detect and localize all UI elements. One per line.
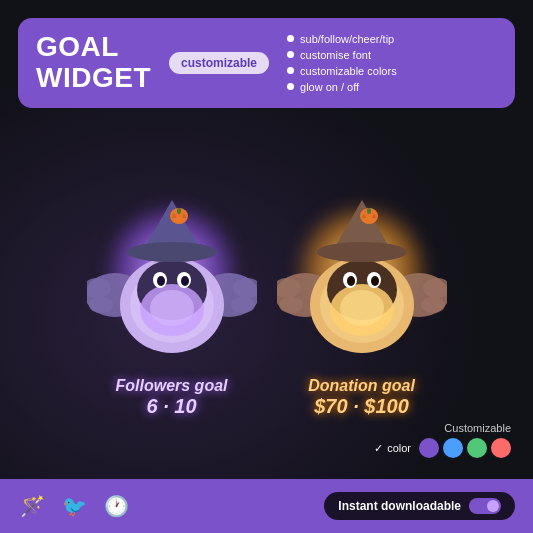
- svg-point-13: [157, 276, 165, 286]
- svg-point-17: [127, 242, 217, 262]
- instant-downloadable-badge: Instant downloadable: [324, 492, 515, 520]
- bat-orange-label: Donation goal $70 · $100: [308, 377, 415, 418]
- svg-point-36: [371, 276, 379, 286]
- svg-point-32: [340, 290, 384, 326]
- main-content: Followers goal 6 · 10: [0, 120, 533, 473]
- feature-item-3: glow on / off: [287, 81, 497, 93]
- swatch-4: [491, 438, 511, 458]
- bat-purple-wrapper: [82, 175, 262, 365]
- svg-point-35: [347, 276, 355, 286]
- swatch-3: [467, 438, 487, 458]
- svg-point-27: [421, 297, 445, 313]
- feature-item-2: customizable colors: [287, 65, 497, 77]
- customizable-text: Customizable: [444, 422, 511, 434]
- svg-rect-19: [177, 208, 181, 214]
- feature-list: sub/follow/cheer/tip customise font cust…: [287, 33, 497, 93]
- feature-item-1: customise font: [287, 49, 497, 61]
- bat-orange-container: Donation goal $70 · $100: [272, 175, 452, 418]
- color-swatches: [419, 438, 511, 458]
- swatch-1: [419, 438, 439, 458]
- bullet-icon: [287, 83, 294, 90]
- bullet-icon: [287, 35, 294, 42]
- header-band: GOAL WIDGET customizable sub/follow/chee…: [18, 18, 515, 108]
- svg-point-10: [150, 290, 194, 326]
- svg-rect-41: [367, 208, 371, 214]
- bullet-icon: [287, 67, 294, 74]
- bullet-icon: [287, 51, 294, 58]
- color-check-row: ✓ color: [374, 438, 511, 458]
- bat-purple-container: Followers goal 6 · 10: [82, 175, 262, 418]
- feature-item-0: sub/follow/cheer/tip: [287, 33, 497, 45]
- svg-point-25: [279, 297, 303, 313]
- svg-point-3: [89, 297, 113, 313]
- svg-point-14: [181, 276, 189, 286]
- bat-orange-wrapper: [272, 175, 452, 365]
- nav-icon-wand[interactable]: 🪄: [18, 492, 46, 520]
- bat-purple-svg: [87, 180, 257, 360]
- color-label: color: [387, 442, 411, 454]
- svg-point-5: [231, 297, 255, 313]
- swatch-2: [443, 438, 463, 458]
- bat-orange-svg: [277, 180, 447, 360]
- color-section: Customizable ✓ color: [374, 422, 511, 458]
- nav-icon-clock[interactable]: 🕐: [102, 492, 130, 520]
- header-title: GOAL WIDGET: [36, 32, 151, 94]
- nav-icon-bird[interactable]: 🐦: [60, 492, 88, 520]
- toggle-switch[interactable]: [469, 498, 501, 514]
- customizable-badge: customizable: [169, 52, 269, 74]
- svg-point-39: [317, 242, 407, 262]
- bat-purple-label: Followers goal 6 · 10: [115, 377, 227, 418]
- check-icon: ✓: [374, 442, 383, 455]
- bottom-bar: 🪄 🐦 🕐 Instant downloadable: [0, 479, 533, 533]
